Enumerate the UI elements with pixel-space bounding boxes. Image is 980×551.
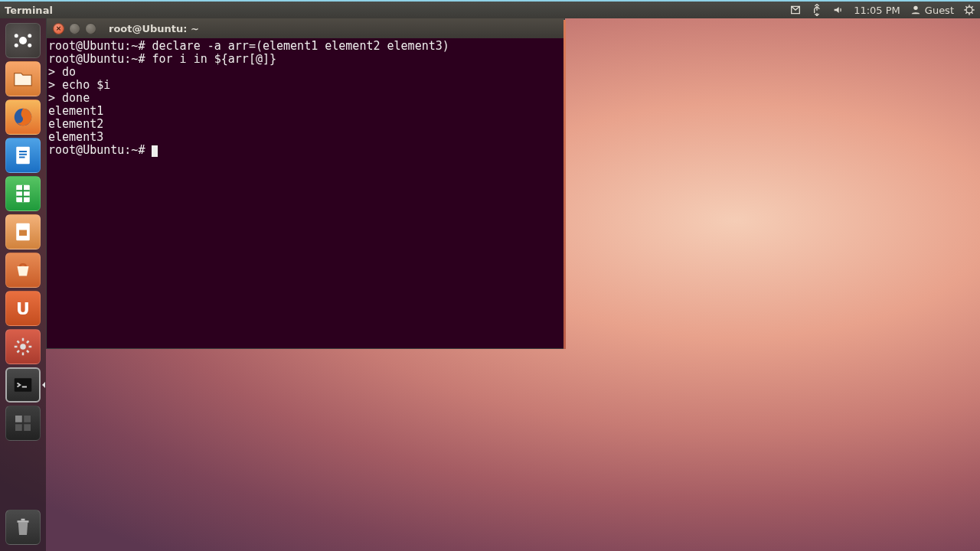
terminal-line: > done	[48, 91, 90, 105]
svg-point-2	[19, 37, 27, 44]
network-icon[interactable]	[811, 4, 823, 16]
terminal-line: element2	[48, 117, 103, 131]
svg-rect-17	[24, 424, 31, 431]
svg-rect-16	[15, 424, 22, 431]
terminal-line: > echo $i	[48, 78, 110, 92]
uone-letter: U	[16, 299, 30, 318]
svg-point-12	[20, 344, 26, 350]
launcher-impress[interactable]	[5, 214, 41, 249]
launcher-firefox[interactable]	[5, 99, 41, 135]
system-tray: 11:05 PM Guest	[789, 4, 975, 16]
svg-point-5	[15, 44, 18, 47]
launcher-settings[interactable]	[5, 329, 41, 364]
svg-rect-13	[15, 378, 32, 392]
top-panel: Terminal 11:05 PM Guest	[0, 0, 980, 18]
session-icon[interactable]	[963, 4, 975, 16]
launcher-files[interactable]	[5, 61, 41, 96]
window-title: root@Ubuntu: ~	[109, 23, 199, 34]
unity-launcher: U	[0, 18, 46, 551]
user-icon	[910, 4, 922, 16]
terminal-line: element1	[48, 104, 103, 118]
svg-rect-15	[24, 416, 31, 422]
launcher-terminal[interactable]	[5, 367, 41, 403]
terminal-line: root@Ubuntu:~#	[48, 143, 152, 157]
window-minimize-button[interactable]	[69, 23, 80, 34]
svg-point-6	[28, 44, 31, 47]
svg-point-4	[28, 34, 31, 37]
svg-rect-18	[18, 520, 29, 523]
right-edge-shadow	[564, 20, 566, 349]
svg-rect-19	[21, 519, 25, 521]
svg-rect-14	[15, 416, 22, 422]
user-menu[interactable]: Guest	[910, 4, 954, 16]
launcher-trash[interactable]	[5, 510, 41, 545]
terminal-body[interactable]: root@Ubuntu:~# declare -a arr=(element1 …	[47, 38, 564, 348]
volume-icon[interactable]	[832, 4, 844, 16]
terminal-titlebar[interactable]: × root@Ubuntu: ~	[47, 18, 564, 38]
active-app-title: Terminal	[5, 5, 53, 16]
launcher-software-center[interactable]	[5, 253, 41, 288]
terminal-line: root@Ubuntu:~# for i in ${arr[@]}	[48, 52, 276, 66]
terminal-line: element3	[48, 130, 103, 144]
window-maximize-button[interactable]	[85, 23, 96, 34]
launcher-ubuntu-one[interactable]: U	[5, 291, 41, 326]
window-close-button[interactable]: ×	[53, 23, 64, 34]
launcher-dash[interactable]	[5, 23, 41, 58]
terminal-window[interactable]: × root@Ubuntu: ~ root@Ubuntu:~# declare …	[46, 18, 565, 349]
launcher-workspace[interactable]	[5, 406, 41, 441]
svg-point-3	[15, 34, 18, 37]
terminal-line: > do	[48, 65, 76, 79]
svg-rect-11	[19, 230, 27, 236]
launcher-writer[interactable]	[5, 138, 41, 173]
svg-rect-8	[16, 147, 30, 165]
svg-point-0	[913, 6, 917, 10]
launcher-calc[interactable]	[5, 176, 41, 211]
user-name: Guest	[925, 5, 954, 16]
terminal-line: root@Ubuntu:~# declare -a arr=(element1 …	[48, 39, 449, 53]
terminal-cursor	[152, 145, 158, 157]
mail-icon[interactable]	[789, 4, 802, 16]
clock[interactable]: 11:05 PM	[854, 5, 900, 16]
